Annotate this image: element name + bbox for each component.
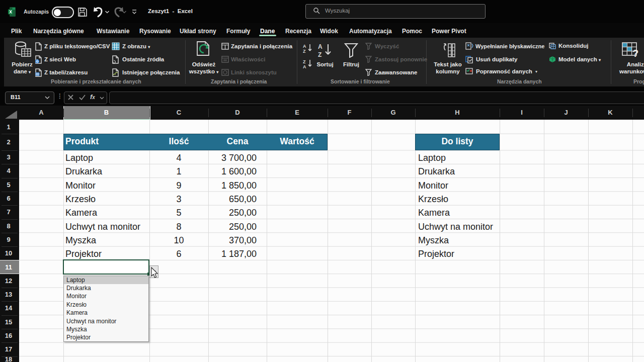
svg-text:Z: Z [318,51,321,58]
svg-text:Z: Z [303,49,306,53]
svg-text:A: A [318,43,323,50]
svg-text:?: ? [632,48,638,58]
svg-text:A: A [303,44,306,49]
